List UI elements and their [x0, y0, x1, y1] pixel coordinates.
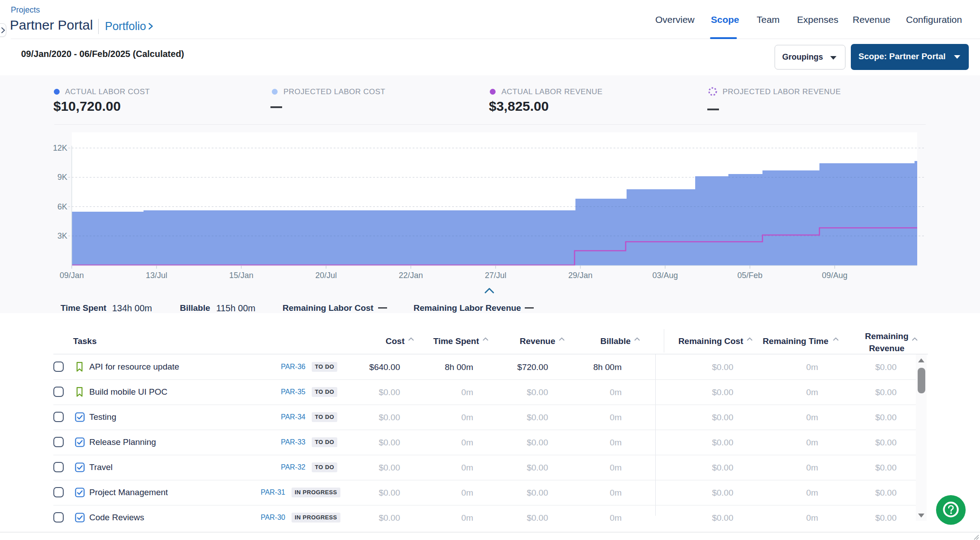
svg-text:20/Jul: 20/Jul	[315, 271, 337, 280]
svg-text:29/Jan: 29/Jan	[568, 271, 592, 280]
svg-text:9K: 9K	[57, 173, 67, 182]
svg-text:09/Aug: 09/Aug	[822, 271, 847, 280]
svg-text:12K: 12K	[53, 144, 67, 152]
svg-text:6K: 6K	[57, 202, 67, 211]
svg-text:27/Jul: 27/Jul	[485, 271, 506, 280]
svg-text:09/Jan: 09/Jan	[60, 271, 84, 280]
svg-text:15/Jan: 15/Jan	[229, 271, 253, 280]
svg-text:05/Feb: 05/Feb	[737, 271, 762, 280]
svg-text:3K: 3K	[57, 231, 67, 240]
svg-text:03/Aug: 03/Aug	[652, 271, 678, 280]
svg-text:13/Jul: 13/Jul	[146, 271, 167, 280]
svg-text:22/Jan: 22/Jan	[399, 271, 423, 280]
